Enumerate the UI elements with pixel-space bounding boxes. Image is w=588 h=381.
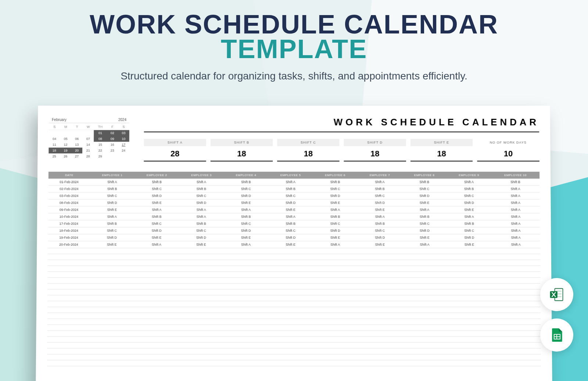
schedule-cell: Shift D bbox=[402, 192, 447, 199]
schedule-cell: Shift D bbox=[268, 234, 313, 241]
schedule-cell bbox=[134, 295, 179, 301]
schedule-cell bbox=[492, 248, 540, 254]
schedule-cell bbox=[47, 307, 89, 313]
mini-cal-cell: 09 bbox=[107, 136, 118, 142]
table-row bbox=[47, 337, 541, 342]
schedule-cell bbox=[358, 319, 402, 325]
schedule-cell: Shift B bbox=[268, 220, 313, 227]
schedule-cell bbox=[47, 284, 89, 289]
schedule-cell: Shift C bbox=[268, 192, 313, 199]
schedule-cell bbox=[313, 271, 358, 277]
schedule-cell: Shift C bbox=[358, 192, 402, 199]
schedule-cell: Shift A bbox=[492, 227, 540, 234]
table-row bbox=[47, 354, 541, 360]
schedule-cell bbox=[358, 301, 402, 307]
schedule-cell: 20-Feb-2024 bbox=[48, 241, 89, 248]
schedule-cell bbox=[313, 260, 358, 266]
schedule-cell bbox=[134, 325, 179, 331]
schedule-cell: Shift A bbox=[491, 192, 540, 199]
schedule-cell bbox=[492, 295, 541, 301]
mini-cal-day-header: S bbox=[49, 124, 60, 130]
schedule-cell: Shift A bbox=[179, 213, 224, 220]
table-row: 03-Feb-2024Shift CShift DShift CShift DS… bbox=[48, 192, 539, 199]
schedule-cell bbox=[89, 342, 134, 348]
schedule-cell: Shift A bbox=[268, 179, 313, 185]
schedule-cell: Shift D bbox=[135, 192, 179, 199]
table-row: 08-Feb-2024Shift DShift EShift DShift ES… bbox=[48, 199, 540, 206]
schedule-cell bbox=[89, 266, 134, 271]
schedule-cell bbox=[358, 342, 403, 348]
table-row bbox=[47, 331, 541, 337]
schedule-cell: Shift E bbox=[313, 234, 358, 241]
table-row bbox=[48, 266, 540, 271]
sheets-badge[interactable] bbox=[540, 318, 573, 352]
schedule-cell bbox=[47, 354, 89, 360]
schedule-cell bbox=[492, 254, 540, 260]
schedule-cell: Shift B bbox=[358, 220, 402, 227]
mini-cal-cell: 28 bbox=[82, 153, 94, 159]
schedule-header-cell: EMPLOYEE 5 bbox=[268, 172, 313, 179]
schedule-cell: Shift E bbox=[179, 241, 224, 248]
schedule-cell bbox=[134, 337, 179, 342]
schedule-cell bbox=[492, 325, 541, 331]
schedule-cell bbox=[179, 337, 223, 342]
schedule-cell bbox=[268, 248, 313, 254]
schedule-cell bbox=[48, 266, 89, 271]
mini-cal-cell: 11 bbox=[49, 142, 60, 147]
schedule-cell bbox=[134, 248, 179, 254]
schedule-cell bbox=[402, 337, 447, 342]
schedule-cell: Shift D bbox=[402, 227, 447, 234]
schedule-cell bbox=[179, 313, 223, 319]
schedule-cell bbox=[313, 342, 358, 348]
schedule-header-cell: EMPLOYEE 10 bbox=[491, 172, 540, 179]
schedule-cell: Shift C bbox=[223, 220, 268, 227]
schedule-cell: Shift A bbox=[491, 213, 540, 220]
schedule-cell: Shift D bbox=[90, 199, 135, 206]
schedule-cell bbox=[492, 331, 541, 337]
mini-cal-day-header: T bbox=[71, 124, 83, 130]
schedule-cell bbox=[89, 301, 134, 307]
shift-summary-box: SHIFT E18 bbox=[410, 139, 473, 162]
schedule-cell bbox=[134, 284, 179, 289]
schedule-cell: Shift A bbox=[491, 199, 540, 206]
mini-cal-cell: 02 bbox=[107, 130, 118, 136]
schedule-cell bbox=[47, 348, 89, 354]
table-row bbox=[47, 289, 540, 295]
schedule-cell bbox=[89, 337, 134, 342]
schedule-cell bbox=[447, 266, 492, 271]
schedule-cell: Shift A bbox=[179, 206, 224, 213]
mini-cal-cell: 26 bbox=[60, 153, 71, 159]
schedule-cell: Shift D bbox=[224, 192, 268, 199]
schedule-cell: Shift B bbox=[90, 185, 134, 192]
schedule-cell bbox=[268, 331, 313, 337]
schedule-cell: 08-Feb-2024 bbox=[48, 199, 90, 206]
schedule-cell bbox=[313, 354, 358, 360]
schedule-cell: Shift D bbox=[179, 199, 223, 206]
schedule-cell: Shift D bbox=[447, 234, 492, 241]
schedule-cell: 19-Feb-2024 bbox=[48, 234, 89, 241]
schedule-cell bbox=[134, 289, 179, 295]
schedule-cell bbox=[89, 325, 134, 331]
mini-cal-cell: 27 bbox=[71, 153, 83, 159]
schedule-cell bbox=[447, 313, 492, 319]
schedule-cell bbox=[358, 271, 402, 277]
schedule-cell bbox=[47, 289, 89, 295]
schedule-cell bbox=[268, 295, 313, 301]
mini-cal-cell bbox=[83, 130, 94, 136]
excel-badge[interactable] bbox=[540, 278, 573, 311]
schedule-cell bbox=[179, 266, 223, 271]
mini-cal-cell bbox=[49, 130, 60, 136]
schedule-cell bbox=[47, 337, 89, 342]
schedule-cell: Shift B bbox=[223, 213, 268, 220]
hero-section: WORK SCHEDULE CALENDAR TEMPLATE Structur… bbox=[0, 0, 588, 82]
schedule-cell bbox=[447, 301, 492, 307]
mini-cal-cell: 01 bbox=[94, 130, 107, 136]
schedule-cell: Shift E bbox=[402, 199, 447, 206]
schedule-cell: Shift C bbox=[179, 227, 224, 234]
shift-value: 18 bbox=[211, 146, 273, 161]
table-row bbox=[48, 248, 540, 254]
schedule-cell bbox=[358, 260, 402, 266]
shift-summary-box: SHIFT B18 bbox=[211, 139, 273, 162]
hero-title-line2: TEMPLATE bbox=[0, 36, 588, 62]
schedule-cell bbox=[447, 289, 492, 295]
